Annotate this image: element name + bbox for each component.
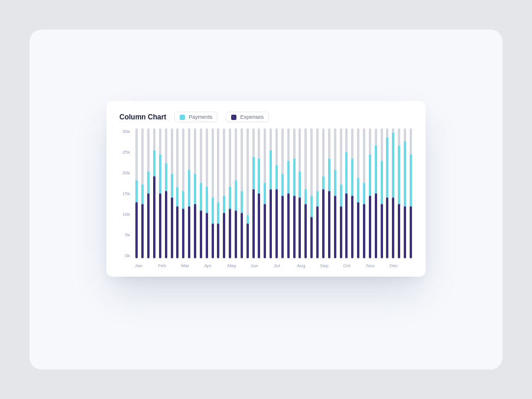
bar-column[interactable] — [322, 128, 326, 258]
bar-expenses — [328, 191, 330, 258]
x-tick: Apr — [205, 263, 228, 268]
y-tick: 15k — [119, 192, 130, 196]
y-tick: 20k — [119, 171, 130, 176]
bar-column[interactable] — [251, 128, 255, 258]
y-tick: 0k — [119, 254, 130, 258]
y-tick: 5k — [119, 233, 130, 238]
bar-expenses — [334, 196, 336, 258]
bar-expenses — [398, 204, 400, 258]
bar-expenses — [217, 223, 219, 258]
bar-column[interactable] — [298, 128, 302, 258]
bar-column[interactable] — [228, 128, 232, 258]
bar-expenses — [287, 193, 290, 258]
bar-expenses — [340, 206, 342, 258]
bar-expenses — [375, 193, 377, 258]
bar-column[interactable] — [362, 128, 366, 258]
bar-column[interactable] — [327, 128, 331, 258]
bar-column[interactable] — [269, 128, 273, 258]
bar-expenses — [264, 204, 266, 258]
bar-column[interactable] — [239, 128, 244, 258]
bar-expenses — [194, 204, 196, 258]
bar-expenses — [392, 197, 394, 258]
bar-expenses — [141, 204, 144, 258]
bar-expenses — [363, 204, 365, 258]
bar-column[interactable] — [292, 128, 296, 258]
bar-expenses — [229, 209, 231, 258]
bar-column[interactable] — [170, 128, 174, 258]
bar-expenses — [322, 189, 325, 258]
bar-column[interactable] — [310, 128, 314, 258]
legend-expenses[interactable]: Expenses — [226, 112, 269, 122]
bar-expenses — [176, 206, 179, 258]
plot-area — [135, 128, 413, 258]
bar-column[interactable] — [187, 128, 192, 258]
bar-expenses — [246, 223, 249, 258]
bar-column[interactable] — [356, 128, 361, 258]
bar-column[interactable] — [397, 128, 401, 258]
bar-expenses — [369, 196, 371, 258]
bar-column[interactable] — [391, 128, 395, 258]
bar-expenses — [270, 189, 272, 258]
bar-expenses — [404, 206, 406, 258]
bar-column[interactable] — [147, 128, 151, 258]
bar-column[interactable] — [193, 128, 197, 258]
x-tick: Jun — [251, 263, 274, 268]
bar-column[interactable] — [368, 128, 372, 258]
page-card: Column Chart Payments Expenses 30k25k20k… — [30, 30, 502, 369]
bar-column[interactable] — [374, 128, 378, 258]
bar-column[interactable] — [304, 128, 308, 258]
bar-expenses — [357, 202, 359, 258]
bar-column[interactable] — [141, 128, 145, 258]
bar-expenses — [182, 209, 184, 258]
bar-column[interactable] — [210, 128, 215, 258]
bar-column[interactable] — [333, 128, 337, 258]
bar-column[interactable] — [176, 128, 180, 258]
bar-column[interactable] — [263, 128, 267, 258]
bar-expenses — [252, 189, 255, 258]
y-tick: 10k — [119, 212, 130, 217]
bar-column[interactable] — [257, 128, 261, 258]
bar-column[interactable] — [234, 128, 238, 258]
bar-column[interactable] — [181, 128, 186, 258]
bar-column[interactable] — [379, 128, 384, 258]
bar-column[interactable] — [339, 128, 343, 258]
bar-expenses — [212, 223, 214, 258]
bar-column[interactable] — [205, 128, 209, 258]
bar-column[interactable] — [408, 128, 413, 258]
bar-column[interactable] — [351, 128, 355, 258]
bar-column[interactable] — [275, 128, 279, 258]
bar-column[interactable] — [164, 128, 168, 258]
bar-expenses — [345, 193, 348, 258]
x-tick: May — [228, 263, 251, 268]
chart-title: Column Chart — [119, 113, 166, 121]
x-tick: Sep — [320, 263, 343, 268]
y-tick: 25k — [119, 150, 130, 155]
chart-card: Column Chart Payments Expenses 30k25k20k… — [106, 101, 426, 277]
bar-column[interactable] — [222, 128, 226, 258]
bar-column[interactable] — [153, 128, 157, 258]
bar-column[interactable] — [316, 128, 320, 258]
bar-column[interactable] — [135, 128, 139, 258]
bar-column[interactable] — [158, 128, 162, 258]
bar-column[interactable] — [199, 128, 203, 258]
bar-column[interactable] — [385, 128, 390, 258]
bar-expenses — [304, 204, 307, 258]
legend-swatch-expenses — [231, 115, 236, 120]
bar-column[interactable] — [345, 128, 349, 258]
x-tick: Jul — [274, 263, 297, 268]
bar-expenses — [206, 213, 208, 258]
x-tick: Oct — [343, 263, 366, 268]
bar-expenses — [135, 202, 138, 258]
bar-column[interactable] — [280, 128, 284, 258]
bar-column[interactable] — [286, 128, 290, 258]
bar-column[interactable] — [403, 128, 407, 258]
x-tick: Feb — [158, 263, 181, 268]
bar-expenses — [258, 193, 260, 258]
chart-header: Column Chart Payments Expenses — [119, 112, 413, 122]
bar-expenses — [275, 189, 278, 258]
x-tick: Mar — [181, 263, 204, 268]
x-tick: Nov — [366, 263, 390, 268]
bar-column[interactable] — [216, 128, 220, 258]
legend-payments[interactable]: Payments — [174, 112, 218, 122]
bar-column[interactable] — [245, 128, 249, 258]
